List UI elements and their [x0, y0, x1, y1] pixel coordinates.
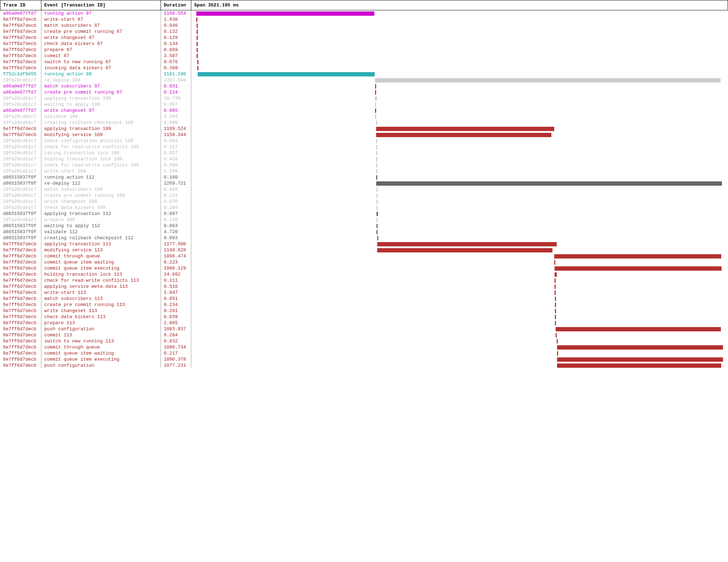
table-row[interactable]: 19fa28cdb1c7re-deploy 1082267.560 — [0, 77, 728, 83]
span-bar[interactable] — [555, 315, 556, 319]
span-bar[interactable] — [375, 96, 377, 101]
table-row[interactable]: 6e7ff6d7decbmodifying service 1131148.82… — [0, 247, 728, 253]
span-bar[interactable] — [375, 90, 376, 95]
table-row[interactable]: 6e7ff6d7decbapplying transaction 1131177… — [0, 241, 728, 247]
table-row[interactable]: a86a0e077fd7write changeset 970.065 — [0, 107, 728, 114]
span-bar[interactable] — [376, 163, 377, 167]
span-bar[interactable] — [555, 279, 556, 283]
table-row[interactable]: 6e7ff6d7decbprepare 1132.865 — [0, 320, 728, 326]
span-bar[interactable] — [555, 309, 556, 313]
table-row[interactable]: 6e7ff6d7decbcommit queue item waiting0.2… — [0, 259, 728, 265]
span-bar[interactable] — [555, 303, 556, 307]
span-bar[interactable] — [377, 242, 557, 246]
table-row[interactable]: 6e7ff6d7decbmatch subscribers 1130.051 — [0, 296, 728, 302]
table-row[interactable]: 6e7ff6d7decbcommit queue item waiting0.2… — [0, 350, 728, 356]
span-bar[interactable] — [197, 30, 198, 34]
span-bar[interactable] — [554, 260, 555, 265]
span-bar[interactable] — [376, 145, 377, 149]
span-bar[interactable] — [557, 357, 723, 362]
span-bar[interactable] — [197, 42, 198, 46]
table-row[interactable]: 6e7ff6d7decbcheck data kickers 870.134 — [0, 41, 728, 47]
table-row[interactable]: 19fa28cdb1c7check data kickers 1080.204 — [0, 205, 728, 211]
table-row[interactable]: 6e7ff6d7decbholding transaction lock 113… — [0, 271, 728, 277]
span-bar[interactable] — [555, 272, 557, 277]
table-row[interactable]: 6e7ff6d7decbcommit queue item executing1… — [0, 265, 728, 271]
span-bar[interactable] — [376, 200, 378, 204]
span-bar[interactable] — [196, 11, 374, 16]
span-bar[interactable] — [376, 175, 377, 180]
table-row[interactable]: 19fa28cdb1c7validate 1084.394 — [0, 114, 728, 120]
table-row[interactable]: 6e7ff6d7decbmatch subscribers 870.046 — [0, 22, 728, 29]
table-row[interactable]: 6e7ff6d7decbwrite-start 871.930 — [0, 16, 728, 22]
span-bar[interactable] — [376, 218, 378, 222]
table-row[interactable]: a86a0e077fd7match subscribers 970.031 — [0, 83, 728, 89]
header-duration[interactable]: Duration — [161, 0, 191, 10]
table-row[interactable]: 6e7ff6d7decbwrite changeset 1130.201 — [0, 308, 728, 314]
span-bar[interactable] — [555, 285, 556, 289]
table-row[interactable]: 19fa28cdb1c7write changeset 1080.070 — [0, 199, 728, 205]
span-bar[interactable] — [197, 36, 198, 40]
span-bar[interactable] — [376, 139, 377, 143]
span-bar[interactable] — [376, 169, 377, 174]
table-row[interactable]: d86515837f0fwaiting to apply 1120.063 — [0, 223, 728, 229]
span-bar[interactable] — [555, 291, 556, 295]
span-bar[interactable] — [376, 224, 378, 228]
span-bar[interactable] — [376, 133, 551, 137]
table-row[interactable]: 6e7ff6d7decbmodifying service 1091150.34… — [0, 132, 728, 138]
table-row[interactable]: 19fa28cdb1c7taking transaction lock 1080… — [0, 150, 728, 156]
table-row[interactable]: d86515837f0fvalidate 1124.720 — [0, 229, 728, 235]
table-row[interactable]: 6e7ff6d7decbwrite-start 1131.847 — [0, 290, 728, 296]
span-bar[interactable] — [557, 339, 558, 343]
table-row[interactable]: 19fa28cdb1c7match subscribers 1080.066 — [0, 186, 728, 192]
span-bar[interactable] — [198, 72, 375, 76]
span-bar[interactable] — [376, 230, 378, 234]
span-bar[interactable] — [556, 327, 721, 331]
span-bar[interactable] — [376, 151, 377, 155]
span-bar[interactable] — [376, 212, 378, 216]
table-row[interactable]: 19fa28cdb1c7holding transaction lock 108… — [0, 156, 728, 162]
table-row[interactable]: 6e7ff6d7decbinvoking data kickers 870.30… — [0, 65, 728, 71]
table-row[interactable]: 6e7ff6d7decbcheck for read-write conflic… — [0, 277, 728, 283]
table-row[interactable]: 6e7ff6d7decbapplying transaction 1091169… — [0, 126, 728, 132]
span-bar[interactable] — [376, 157, 377, 161]
span-bar[interactable] — [376, 181, 722, 186]
span-bar[interactable] — [376, 127, 554, 131]
span-bar[interactable] — [555, 321, 556, 325]
span-bar[interactable] — [377, 236, 378, 240]
table-row[interactable]: 6e7ff6d7decbswitch to new running 1130.8… — [0, 338, 728, 344]
span-bar[interactable] — [197, 48, 198, 52]
span-bar[interactable] — [557, 363, 721, 368]
header-event[interactable]: Event [Transaction ID] — [41, 0, 161, 10]
table-row[interactable]: d86515837f0fre-deploy 1122269.721 — [0, 180, 728, 186]
table-row[interactable]: d86515837f0fapplying transaction 1128.89… — [0, 211, 728, 217]
table-row[interactable]: a86a0e077fd7create pre commit running 97… — [0, 89, 728, 95]
table-row[interactable]: 19fa28cdb1c7applying transaction 10810.7… — [0, 95, 728, 101]
header-span[interactable]: Span 3521.195 ms — [191, 0, 728, 10]
table-row[interactable]: 6e7ff6d7decbcheck data kickers 1130.039 — [0, 314, 728, 320]
span-bar[interactable] — [554, 254, 721, 259]
table-row[interactable]: a86a0e077fd7running action 971168.554 — [0, 10, 728, 17]
table-row[interactable]: 19fa28cdb1c7create pre commit running 10… — [0, 192, 728, 199]
table-row[interactable]: 6e7ff6d7decbcommit through queue1090.734 — [0, 344, 728, 350]
span-bar[interactable] — [377, 248, 552, 252]
table-row[interactable]: 6e7ff6d7decbwrite changeset 870.129 — [0, 35, 728, 41]
span-bar[interactable] — [376, 187, 378, 192]
span-bar[interactable] — [375, 115, 376, 119]
span-bar[interactable] — [376, 194, 378, 198]
table-row[interactable]: 19fa28cdb1c7creating rollback checkpoint… — [0, 120, 728, 126]
table-row[interactable]: 19fa28cdb1c7write-start 1081.596 — [0, 168, 728, 174]
table-row[interactable]: 19fa28cdb1c7prepare 1080.210 — [0, 217, 728, 223]
table-row[interactable]: 6e7ff6d7decbcreate pre commit running 11… — [0, 302, 728, 308]
table-row[interactable]: 19fa28cdb1c7check for read-write conflic… — [0, 162, 728, 168]
span-bar[interactable] — [376, 206, 378, 210]
span-bar[interactable] — [557, 345, 723, 350]
span-bar[interactable] — [556, 333, 557, 337]
table-row[interactable]: 6e7ff6d7decbprepare 870.869 — [0, 47, 728, 53]
table-row[interactable]: 6e7ff6d7decbpush configuration1083.937 — [0, 326, 728, 332]
table-row[interactable]: 6e7ff6d7decbcommit 873.507 — [0, 53, 728, 59]
table-row[interactable]: 6e7ff6d7decbcommit 1138.264 — [0, 332, 728, 338]
table-row[interactable]: 19fa28cdb1c7check configuration policies… — [0, 138, 728, 144]
span-bar[interactable] — [376, 121, 377, 125]
table-row[interactable]: 6e7ff6d7decbapplying service meta-data 1… — [0, 283, 728, 290]
table-row[interactable]: d86515837f0frunning action 1120.160 — [0, 174, 728, 180]
